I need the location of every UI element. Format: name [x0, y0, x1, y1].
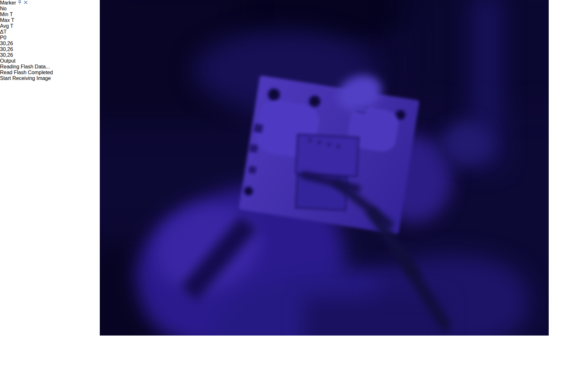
- scene-blob-finger-right: [441, 121, 492, 166]
- pcb-hole: [243, 186, 254, 196]
- pcb-pad: [249, 144, 258, 153]
- pcb-pad: [248, 166, 256, 174]
- pcb-pad: [254, 124, 263, 133]
- pcb-hole: [266, 87, 281, 102]
- close-icon[interactable]: [24, 0, 28, 5]
- titlebar-icons: [17, 0, 27, 5]
- marker-panel-title: Marker: [0, 0, 16, 5]
- pin-icon[interactable]: [17, 0, 22, 5]
- app-window: P0 Center : 56,09 Min : 19,28 Max : 58,5…: [0, 0, 571, 392]
- thermal-image-view[interactable]: P0 Center : 56,09 Min : 19,28 Max : 58,5…: [100, 0, 549, 336]
- thermal-hotspot: [288, 133, 359, 197]
- output-panel-title: Output: [0, 58, 16, 64]
